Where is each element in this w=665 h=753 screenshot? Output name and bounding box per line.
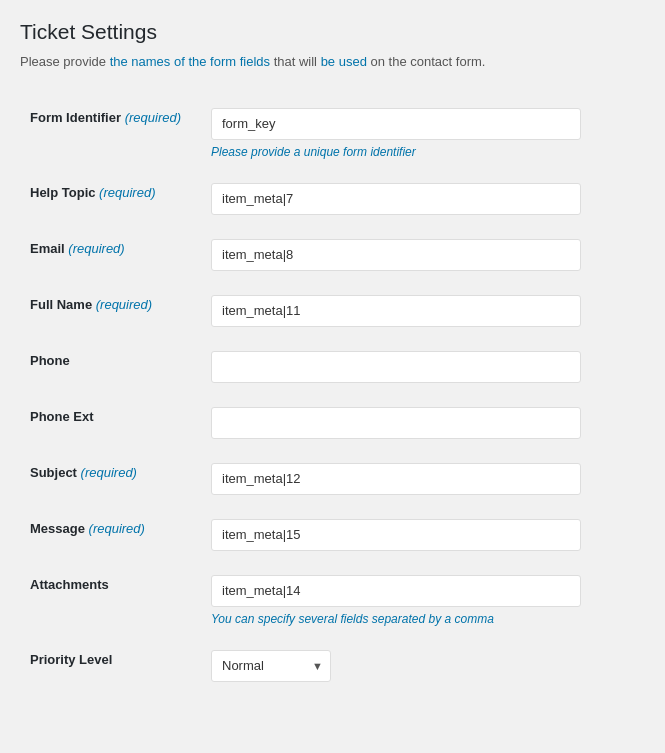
form-identifier-helper: Please provide a unique form identifier — [211, 145, 635, 159]
message-required: (required) — [89, 521, 145, 536]
full-name-label-cell: Full Name (required) — [20, 283, 191, 339]
message-row: Message (required) — [20, 507, 645, 563]
attachments-input-cell: You can specify several fields separated… — [191, 563, 645, 638]
phone-ext-input[interactable] — [211, 407, 581, 439]
subject-label: Subject (required) — [30, 465, 137, 480]
attachments-helper: You can specify several fields separated… — [211, 612, 635, 626]
description-start: Please provide — [20, 54, 110, 69]
email-label: Email (required) — [30, 241, 125, 256]
priority-level-input-cell: Normal Low High Critical ▼ — [191, 638, 645, 694]
page-title: Ticket Settings — [20, 20, 645, 44]
form-identifier-input[interactable] — [211, 108, 581, 140]
description-end: on the contact form. — [367, 54, 486, 69]
full-name-row: Full Name (required) — [20, 283, 645, 339]
attachments-row: Attachments You can specify several fiel… — [20, 563, 645, 638]
subject-label-cell: Subject (required) — [20, 451, 191, 507]
priority-level-select[interactable]: Normal Low High Critical — [211, 650, 331, 682]
subject-input-cell — [191, 451, 645, 507]
priority-level-select-wrapper: Normal Low High Critical ▼ — [211, 650, 331, 682]
full-name-label: Full Name (required) — [30, 297, 152, 312]
help-topic-label-cell: Help Topic (required) — [20, 171, 191, 227]
message-input[interactable] — [211, 519, 581, 551]
phone-label: Phone — [30, 353, 70, 368]
help-topic-input-cell — [191, 171, 645, 227]
email-input-cell — [191, 227, 645, 283]
priority-level-row: Priority Level Normal Low High Critical … — [20, 638, 645, 694]
phone-ext-input-cell — [191, 395, 645, 451]
form-identifier-row: Form Identifier (required) Please provid… — [20, 96, 645, 171]
phone-input[interactable] — [211, 351, 581, 383]
attachments-label: Attachments — [30, 577, 109, 592]
phone-ext-label: Phone Ext — [30, 409, 94, 424]
full-name-required: (required) — [96, 297, 152, 312]
email-input[interactable] — [211, 239, 581, 271]
attachments-input[interactable] — [211, 575, 581, 607]
help-topic-input[interactable] — [211, 183, 581, 215]
phone-ext-label-cell: Phone Ext — [20, 395, 191, 451]
form-identifier-label-cell: Form Identifier (required) — [20, 96, 191, 171]
message-input-cell — [191, 507, 645, 563]
message-label: Message (required) — [30, 521, 145, 536]
settings-form-table: Form Identifier (required) Please provid… — [20, 96, 645, 694]
subject-required: (required) — [81, 465, 137, 480]
page-container: Ticket Settings Please provide the names… — [20, 20, 645, 694]
page-description: Please provide the names of the form fie… — [20, 52, 645, 72]
email-required: (required) — [68, 241, 124, 256]
full-name-input[interactable] — [211, 295, 581, 327]
help-topic-row: Help Topic (required) — [20, 171, 645, 227]
attachments-label-cell: Attachments — [20, 563, 191, 638]
priority-level-label-cell: Priority Level — [20, 638, 191, 694]
full-name-input-cell — [191, 283, 645, 339]
help-topic-label: Help Topic (required) — [30, 185, 155, 200]
message-label-cell: Message (required) — [20, 507, 191, 563]
form-identifier-required: (required) — [125, 110, 181, 125]
description-middle: that will — [270, 54, 321, 69]
phone-input-cell — [191, 339, 645, 395]
phone-row: Phone — [20, 339, 645, 395]
email-row: Email (required) — [20, 227, 645, 283]
help-topic-required: (required) — [99, 185, 155, 200]
description-highlight2: be used — [321, 54, 367, 69]
subject-row: Subject (required) — [20, 451, 645, 507]
priority-level-label: Priority Level — [30, 652, 112, 667]
phone-label-cell: Phone — [20, 339, 191, 395]
description-highlight1: the names of the form fields — [110, 54, 270, 69]
phone-ext-row: Phone Ext — [20, 395, 645, 451]
form-identifier-label: Form Identifier (required) — [30, 110, 181, 125]
email-label-cell: Email (required) — [20, 227, 191, 283]
form-identifier-input-cell: Please provide a unique form identifier — [191, 96, 645, 171]
subject-input[interactable] — [211, 463, 581, 495]
